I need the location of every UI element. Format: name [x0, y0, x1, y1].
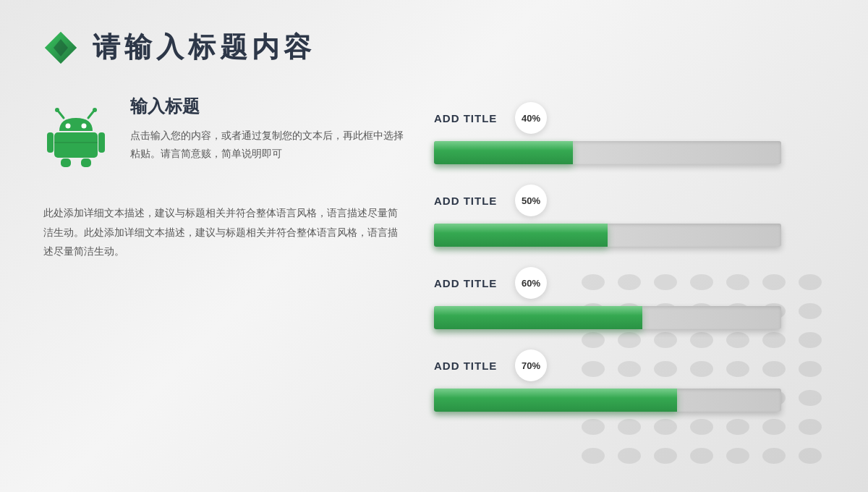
android-icon [43, 102, 109, 167]
left-section: 输入标题 点击输入您的内容，或者通过复制您的文本后，再此框中选择粘贴。请言简意赅… [43, 95, 405, 261]
bar-track-0 [434, 141, 781, 164]
bar-track-3 [434, 389, 781, 412]
page-title: 请输入标题内容 [93, 29, 315, 66]
bar-fill-1 [434, 224, 608, 247]
diamond-icon [43, 30, 78, 65]
svg-rect-59 [47, 132, 54, 153]
svg-rect-58 [54, 132, 98, 158]
main-content: 输入标题 点击输入您的内容，或者通过复制您的文本后，再此框中选择粘贴。请言简意赅… [43, 95, 825, 412]
svg-rect-62 [81, 158, 91, 167]
bar-header-2: ADD TITLE 60% [434, 267, 781, 299]
svg-point-55 [93, 108, 97, 112]
svg-rect-60 [98, 132, 105, 153]
card-section: 输入标题 点击输入您的内容，或者通过复制您的文本后，再此框中选择粘贴。请言简意赅… [43, 95, 405, 167]
bar-fill-2 [434, 306, 642, 329]
description-text: 此处添加详细文本描述，建议与标题相关并符合整体语言风格，语言描述尽量简洁生动。此… [43, 203, 405, 261]
bar-item-1: ADD TITLE 50% [434, 184, 781, 247]
bar-header-0: ADD TITLE 40% [434, 102, 781, 134]
bar-item-2: ADD TITLE 60% [434, 267, 781, 329]
bar-badge-0: 40% [515, 102, 547, 134]
svg-line-54 [88, 111, 94, 118]
bar-fill-0 [434, 141, 573, 164]
card-description: 点击输入您的内容，或者通过复制您的文本后，再此框中选择粘贴。请言简意赅，简单说明… [130, 127, 405, 163]
bar-track-1 [434, 224, 781, 247]
bar-item-0: ADD TITLE 40% [434, 102, 781, 164]
svg-point-57 [82, 124, 87, 129]
svg-line-52 [58, 111, 64, 118]
bar-item-3: ADD TITLE 70% [434, 349, 781, 412]
bar-header-3: ADD TITLE 70% [434, 349, 781, 381]
card-text: 输入标题 点击输入您的内容，或者通过复制您的文本后，再此框中选择粘贴。请言简意赅… [130, 95, 405, 163]
bar-label-3: ADD TITLE [434, 360, 506, 372]
bar-badge-1: 50% [515, 184, 547, 216]
svg-point-56 [66, 124, 71, 129]
bar-track-2 [434, 306, 781, 329]
card-title: 输入标题 [130, 95, 405, 118]
right-section: ADD TITLE 40% ADD TITLE 50% ADD TITLE 60… [434, 95, 781, 412]
svg-rect-61 [61, 158, 71, 167]
bar-badge-3: 70% [515, 349, 547, 381]
bar-label-2: ADD TITLE [434, 277, 506, 289]
bar-label-1: ADD TITLE [434, 195, 506, 207]
bar-badge-2: 60% [515, 267, 547, 299]
header: 请输入标题内容 [43, 29, 825, 66]
bar-header-1: ADD TITLE 50% [434, 184, 781, 216]
bar-label-0: ADD TITLE [434, 112, 506, 124]
svg-point-53 [55, 108, 59, 112]
bar-fill-3 [434, 389, 677, 412]
